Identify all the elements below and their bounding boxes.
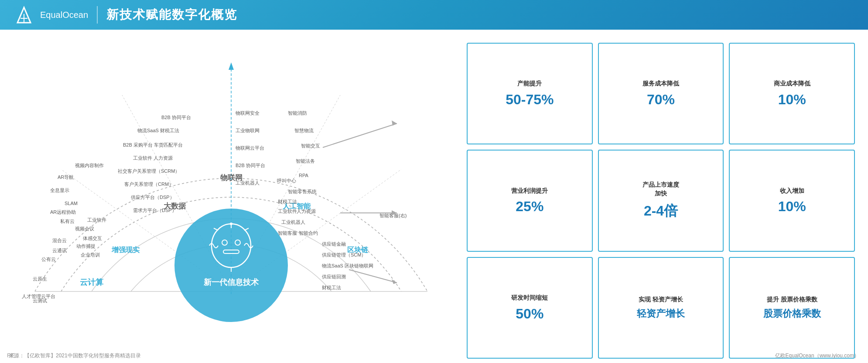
stat-card-service-cost: 服务成本降低 70% — [598, 43, 724, 144]
stat-label-asset-title: 实现 轻资产增长 — [639, 295, 683, 304]
svg-text:公有云: 公有云 — [41, 257, 56, 262]
svg-text:工业软件: 工业软件 — [87, 217, 106, 223]
svg-point-17 — [230, 223, 232, 225]
stats-row-1: 产能提升 50-75% 服务成本降低 70% 商业成本降低 10% — [467, 43, 855, 144]
page-title: 新技术赋能数字化概览 — [106, 7, 237, 23]
svg-text:混合云: 混合云 — [52, 238, 67, 243]
svg-text:全息显示: 全息显示 — [50, 188, 69, 193]
header-divider — [97, 6, 98, 24]
svg-text:人才管理云平台: 人才管理云平台 — [22, 294, 55, 299]
svg-text:人力资源: 人力资源 — [297, 209, 316, 214]
stat-label-stock-title: 提升 股票价格乘数 — [767, 295, 817, 304]
svg-text:云通讯: 云通讯 — [52, 248, 67, 253]
svg-text:RPA: RPA — [299, 173, 308, 178]
svg-text:体感交互: 体感交互 — [83, 236, 102, 241]
svg-text:社交客户关系管理（SCRM）: 社交客户关系管理（SCRM） — [118, 168, 180, 174]
svg-text:供应链管理（SCM）: 供应链管理（SCM） — [322, 252, 366, 257]
footer-copyright: 亿欧EqualOcean（www.iyiou.com） — [775, 352, 859, 360]
svg-text:B2B 采购平台 车货匹配平台: B2B 采购平台 车货匹配平台 — [123, 142, 183, 147]
svg-text:客户关系管理（CRM）: 客户关系管理（CRM） — [124, 182, 174, 187]
svg-text:需求方平台（DSP）: 需求方平台（DSP） — [133, 208, 177, 213]
stats-area: 产能提升 50-75% 服务成本降低 70% 商业成本降低 10% 营业利润提升… — [458, 38, 855, 359]
diagram-area: 新一代信息技术 云计算 增强现实 大数据 物联网 人工智能 区块链 云测试 云原… — [9, 38, 454, 359]
svg-line-78 — [323, 123, 397, 147]
watermark: RE : — [7, 352, 18, 359]
svg-marker-5 — [229, 62, 234, 70]
svg-text:工业软件  人力资源: 工业软件 人力资源 — [133, 155, 173, 161]
svg-text:工业机器人: 工业机器人 — [236, 180, 260, 185]
svg-text:物联网安全: 物联网安全 — [236, 110, 260, 116]
svg-text:物流SaaS 财税工法: 物流SaaS 财税工法 — [137, 128, 179, 133]
svg-text:供应链金融: 供应链金融 — [322, 241, 346, 247]
stat-card-profit: 营业利润提升 25% — [467, 150, 593, 251]
svg-text:AR导航: AR导航 — [58, 175, 74, 180]
footer-source: 来源：【亿欧智库】2021中国数字化转型服务商精选目录 — [9, 352, 141, 360]
stat-value-service-cost: 70% — [647, 92, 675, 108]
stat-value-rnd: 50% — [516, 306, 543, 322]
stat-value-asset: 轻资产增长 — [637, 308, 685, 320]
svg-text:财税工法: 财税工法 — [278, 199, 297, 204]
stat-label-productivity: 产能提升 — [517, 79, 542, 88]
svg-text:智能零售系统: 智能零售系统 — [288, 189, 317, 194]
stat-card-biz-cost: 商业成本降低 10% — [729, 43, 855, 144]
svg-text:工业机器人: 工业机器人 — [281, 219, 305, 225]
stat-card-stock: 提升 股票价格乘数 股票价格乘数 — [729, 257, 855, 359]
main-content: 新一代信息技术 云计算 增强现实 大数据 物联网 人工智能 区块链 云测试 云原… — [0, 30, 868, 363]
svg-text:智慧物流: 智慧物流 — [294, 128, 314, 133]
svg-text:智能交互: 智能交互 — [301, 143, 320, 148]
svg-marker-79 — [392, 120, 397, 126]
svg-text:动作捕捉: 动作捕捉 — [76, 243, 96, 249]
stat-card-asset: 实现 轻资产增长 轻资产增长 — [598, 257, 724, 359]
svg-text:B2B 协同平台: B2B 协同平台 — [236, 163, 265, 168]
svg-text:私有云: 私有云 — [60, 219, 75, 224]
stat-value-speed: 2-4倍 — [644, 202, 678, 221]
stat-value-productivity: 50-75% — [506, 92, 554, 108]
svg-text:云计算: 云计算 — [80, 278, 104, 287]
svg-text:工业软件: 工业软件 — [278, 209, 297, 214]
stats-row-2: 营业利润提升 25% 产品上市速度加快 2-4倍 收入增加 10% — [467, 150, 855, 251]
svg-text:云原生: 云原生 — [33, 276, 47, 281]
logo-area: EqualOcean — [13, 5, 88, 25]
svg-text:供应链回溯: 供应链回溯 — [322, 274, 346, 279]
stat-label-profit: 营业利润提升 — [511, 187, 548, 195]
stat-card-revenue: 收入增加 10% — [729, 150, 855, 251]
logo-text: EqualOcean — [40, 10, 88, 20]
stat-label-rnd: 研发时间缩短 — [511, 294, 548, 302]
stat-label-service-cost: 服务成本降低 — [642, 79, 679, 88]
stat-card-productivity: 产能提升 50-75% — [467, 43, 593, 144]
svg-text:智能消防: 智能消防 — [288, 110, 307, 116]
svg-text:供应方平台（DSP）: 供应方平台（DSP） — [131, 195, 174, 200]
stat-label-biz-cost: 商业成本降低 — [774, 79, 810, 88]
svg-text:AR远程协助: AR远程协助 — [50, 209, 76, 215]
stat-value-stock: 股票价格乘数 — [763, 308, 821, 320]
stat-label-revenue: 收入增加 — [780, 187, 804, 195]
tech-diagram: 新一代信息技术 云计算 增强现实 大数据 物联网 人工智能 区块链 云测试 云原… — [9, 38, 454, 353]
svg-text:智能合约: 智能合约 — [299, 230, 318, 236]
svg-text:智能法务: 智能法务 — [296, 158, 315, 164]
header: EqualOcean 新技术赋能数字化概览 — [0, 0, 868, 30]
svg-text:SLAM: SLAM — [65, 201, 78, 206]
logo-icon — [13, 5, 35, 25]
svg-text:新一代信息技术: 新一代信息技术 — [204, 277, 259, 287]
stat-card-rnd: 研发时间缩短 50% — [467, 257, 593, 359]
svg-text:智能客服: 智能客服 — [278, 230, 297, 236]
svg-text:呼叫中心: 呼叫中心 — [277, 178, 296, 183]
stat-label-speed: 产品上市速度加快 — [642, 181, 679, 198]
svg-text:视频会议: 视频会议 — [75, 226, 94, 231]
svg-line-82 — [349, 270, 397, 283]
svg-text:工业物联网: 工业物联网 — [236, 128, 260, 133]
stat-value-profit: 25% — [516, 199, 543, 215]
svg-text:B2B 协同平台: B2B 协同平台 — [161, 115, 191, 120]
stat-value-biz-cost: 10% — [778, 92, 806, 108]
svg-text:企业培训: 企业培训 — [81, 252, 100, 257]
stats-row-3: 研发时间缩短 50% 实现 轻资产增长 轻资产增长 提升 股票价格乘数 股票价格… — [467, 257, 855, 359]
svg-text:视频内容制作: 视频内容制作 — [75, 163, 104, 168]
svg-text:物流SaaS  区块链物联网: 物流SaaS 区块链物联网 — [322, 263, 373, 268]
stat-card-speed: 产品上市速度加快 2-4倍 — [598, 150, 724, 251]
stat-value-revenue: 10% — [778, 199, 806, 215]
diagram-svg: 新一代信息技术 云计算 增强现实 大数据 物联网 人工智能 区块链 云测试 云原… — [9, 38, 454, 359]
svg-text:财税工法: 财税工法 — [322, 285, 341, 290]
footer: 来源：【亿欧智库】2021中国数字化转型服务商精选目录 亿欧EqualOcean… — [9, 352, 859, 360]
svg-text:物联网云平台: 物联网云平台 — [236, 145, 264, 151]
svg-text:增强现实: 增强现实 — [111, 246, 140, 253]
